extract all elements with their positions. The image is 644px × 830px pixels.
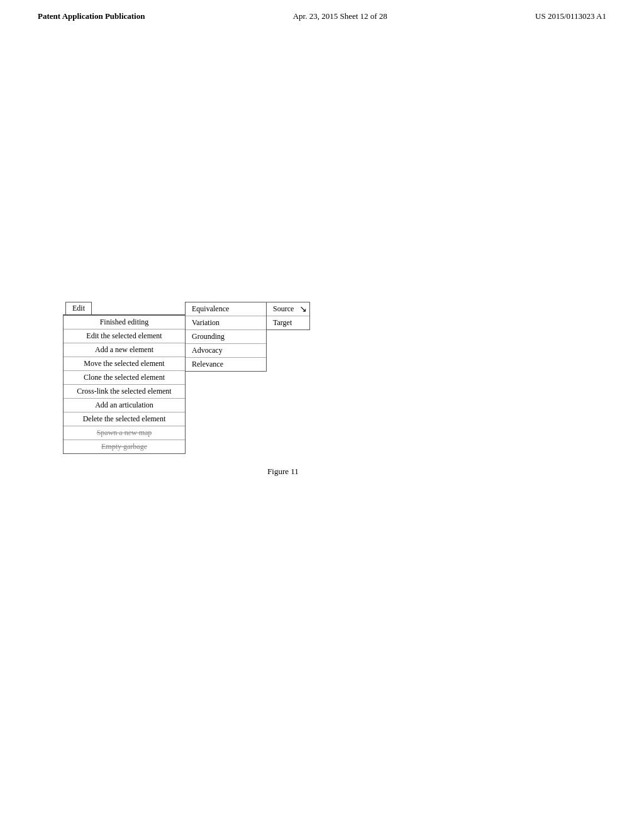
target-panel: Source ↙ Target	[266, 302, 310, 330]
cursor-icon: ↙	[299, 304, 307, 314]
submenu-item-advocacy[interactable]: Advocacy	[186, 344, 266, 358]
submenu-item-equivalence[interactable]: Equivalence	[186, 302, 266, 316]
edit-tab[interactable]: Edit	[65, 302, 92, 315]
submenu-panel: Equivalence Variation Grounding Advocacy…	[185, 302, 267, 372]
page-header: Patent Application Publication Apr. 23, …	[0, 0, 644, 21]
menu-item-spawn-map[interactable]: Spawn a new map	[64, 426, 185, 440]
submenu-item-relevance[interactable]: Relevance	[186, 358, 266, 371]
menu-item-finished-editing[interactable]: Finished editing	[64, 316, 185, 329]
header-center: Apr. 23, 2015 Sheet 12 of 28	[293, 11, 387, 21]
menu-item-empty-garbage[interactable]: Empty garbage	[64, 440, 185, 453]
menu-item-delete-selected[interactable]: Delete the selected element	[64, 412, 185, 426]
edit-menu: Finished editing Edit the selected eleme…	[63, 314, 186, 454]
submenu-item-variation[interactable]: Variation	[186, 316, 266, 330]
header-left: Patent Application Publication	[38, 11, 145, 21]
target-item-target[interactable]: Target	[267, 316, 309, 329]
menu-container: Edit Finished editing Edit the selected …	[63, 302, 503, 454]
header-right: US 2015/0113023 A1	[535, 11, 606, 21]
target-item-source[interactable]: Source ↙	[267, 302, 309, 316]
figure-caption: Figure 11	[63, 467, 503, 477]
menu-item-crosslink-selected[interactable]: Cross-link the selected element	[64, 385, 185, 399]
menu-item-clone-selected[interactable]: Clone the selected element	[64, 371, 185, 385]
menu-item-move-selected[interactable]: Move the selected element	[64, 357, 185, 371]
menu-items: Finished editing Edit the selected eleme…	[64, 315, 185, 453]
figure-area: Edit Finished editing Edit the selected …	[63, 302, 503, 477]
menu-item-edit-selected[interactable]: Edit the selected element	[64, 329, 185, 343]
menu-item-add-articulation[interactable]: Add an articulation	[64, 399, 185, 412]
edit-menu-wrapper: Edit Finished editing Edit the selected …	[63, 302, 186, 454]
menu-item-add-new[interactable]: Add a new element	[64, 343, 185, 357]
edit-tab-label: Edit	[72, 304, 85, 313]
submenu-item-grounding[interactable]: Grounding	[186, 330, 266, 344]
edit-tab-row: Edit	[63, 302, 186, 314]
